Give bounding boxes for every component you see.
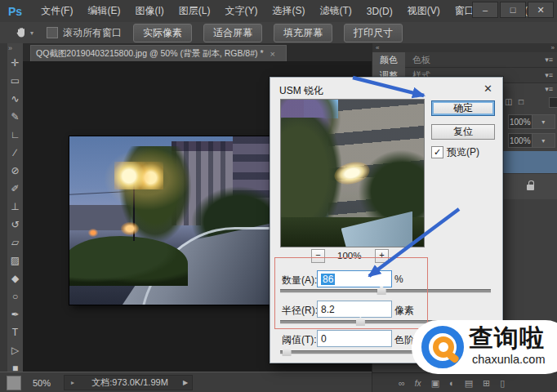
doc-info-icon: ▸ (65, 379, 81, 386)
status-expand-icon[interactable]: ▶ (179, 379, 192, 386)
menu-item-select[interactable]: 选择(S) (265, 4, 312, 18)
filter-preview[interactable] (280, 99, 425, 247)
blur-tool-icon[interactable]: ◆ (7, 271, 23, 287)
marquee-tool-icon[interactable]: ▭ (7, 74, 23, 89)
selected-layer-row[interactable] (503, 151, 557, 173)
print-size-button[interactable]: 打印尺寸 (344, 24, 403, 42)
photoshop-window: Ps 文件(F) 编辑(E) 图像(I) 图层(L) 文字(Y) 选择(S) 滤… (0, 0, 557, 392)
layers-panel-menu-icon[interactable]: ▾≡ (545, 85, 553, 93)
preview-right-tree (355, 147, 425, 228)
dock-collapse-strip: « » (372, 43, 557, 52)
scroll-all-windows-checkbox[interactable] (47, 27, 58, 38)
path-selection-tool-icon[interactable]: ▷ (7, 343, 23, 359)
eyedropper-tool-icon[interactable]: ∕ (7, 145, 23, 161)
healing-brush-tool-icon[interactable]: ⊘ (7, 163, 23, 179)
menu-item-type[interactable]: 文字(Y) (217, 4, 265, 18)
tab-close-icon[interactable]: × (270, 49, 275, 59)
threshold-label: 阈值(T): (282, 333, 317, 347)
maximize-button[interactable]: □ (500, 2, 526, 18)
menu-item-filter[interactable]: 滤镜(T) (312, 4, 359, 18)
document-size-info: 文档:973.0K/1.99M (81, 376, 179, 389)
zoom-level-field[interactable]: 50% (33, 378, 51, 388)
lasso-tool-icon[interactable]: ∿ (7, 91, 23, 107)
document-image[interactable] (69, 136, 274, 305)
document-info-bar: ▸ 文档:973.0K/1.99M ▶ (64, 375, 193, 390)
new-layer-icon[interactable]: ⊞ (483, 378, 490, 389)
brush-tool-icon[interactable]: ✐ (7, 181, 23, 197)
menu-item-image[interactable]: 图像(I) (127, 4, 171, 18)
zoom-in-button[interactable]: + (375, 249, 389, 263)
document-tab[interactable]: QQ截图20190403215800.jpg @ 50% (背景 副本, RGB… (30, 45, 287, 62)
crop-tool-icon[interactable]: ∟ (7, 127, 23, 143)
minimize-button[interactable]: – (472, 2, 498, 18)
zoom-out-button[interactable]: − (311, 249, 325, 263)
menu-bar: Ps 文件(F) 编辑(E) 图像(I) 图层(L) 文字(Y) 选择(S) 滤… (0, 0, 557, 23)
fill-dropdown-icon[interactable]: ▾ (532, 134, 555, 147)
gradient-tool-icon[interactable]: ▨ (7, 253, 23, 269)
threshold-slider-thumb[interactable] (283, 347, 292, 356)
color-panel-tabs: 颜色 色板 ▾≡ (372, 52, 557, 68)
lock-transparent-icon[interactable]: ◫ (505, 97, 512, 106)
menu-item-edit[interactable]: 编辑(E) (80, 4, 127, 18)
close-button[interactable]: ✕ (528, 2, 554, 18)
radius-slider-thumb[interactable] (356, 317, 365, 326)
eraser-tool-icon[interactable]: ▱ (7, 235, 23, 251)
toolbar-collapse-icon[interactable]: » (8, 44, 12, 52)
lock-position-icon[interactable]: □ (519, 97, 524, 106)
link-layers-icon[interactable]: ∞ (399, 378, 405, 388)
collapse-left-icon[interactable]: « (376, 44, 379, 51)
amount-value: 86 (321, 274, 335, 285)
logo-magnifier-icon (433, 336, 454, 358)
tool-preset-dropdown-icon[interactable]: ▾ (30, 29, 33, 37)
window-controls: – □ ✕ (472, 2, 554, 18)
new-group-icon[interactable]: ▤ (465, 378, 473, 389)
move-tool-icon[interactable]: ✛ (7, 56, 23, 71)
pen-tool-icon[interactable]: ✒ (7, 307, 23, 323)
watermark-url: chaxunla.com (472, 353, 545, 366)
menu-item-layer[interactable]: 图层(L) (172, 4, 218, 18)
tab-color[interactable]: 颜色 (372, 52, 405, 68)
dodge-tool-icon[interactable]: ○ (7, 289, 23, 305)
amount-input[interactable]: 86 (317, 270, 392, 287)
reset-button[interactable]: 复位 (431, 124, 495, 140)
amount-unit: % (394, 274, 403, 285)
photo-small-lamp (121, 222, 139, 235)
clone-stamp-tool-icon[interactable]: ⊥ (7, 199, 23, 215)
collapse-right-icon[interactable]: » (551, 44, 555, 51)
threshold-input[interactable]: 0 (317, 330, 392, 347)
panel-menu-icon[interactable]: ▾≡ (545, 71, 553, 79)
watermark: 查询啦 chaxunla.com (412, 320, 557, 374)
radius-value: 8.2 (321, 304, 335, 315)
opacity-dropdown-icon[interactable]: ▾ (532, 115, 555, 128)
fill-field[interactable]: 100% ▾ (508, 133, 555, 148)
type-tool-icon[interactable]: T (7, 325, 23, 341)
delete-layer-icon[interactable]: ▯ (500, 378, 505, 389)
preview-zoom-level: 100% (337, 251, 361, 261)
tab-swatches[interactable]: 色板 (405, 52, 438, 68)
amount-slider[interactable] (280, 289, 491, 293)
quick-selection-tool-icon[interactable]: ✎ (7, 109, 23, 125)
preview-checkbox[interactable]: ✓ (431, 146, 443, 158)
hand-tool-icon[interactable] (15, 26, 28, 39)
fill-screen-button[interactable]: 填充屏幕 (274, 24, 332, 42)
menu-item-3d[interactable]: 3D(D) (359, 6, 400, 17)
ok-button[interactable]: 确定 (431, 100, 495, 116)
fit-screen-button[interactable]: 适合屏幕 (203, 24, 262, 42)
layer-style-icon[interactable]: fx (415, 379, 421, 388)
history-brush-tool-icon[interactable]: ↺ (7, 217, 23, 233)
quick-mask-button[interactable] (7, 376, 21, 390)
opacity-field[interactable]: 100% ▾ (508, 114, 555, 129)
radius-input[interactable]: 8.2 (317, 301, 392, 318)
radius-label: 半径(R): (282, 304, 318, 318)
document-tab-bar: QQ截图20190403215800.jpg @ 50% (背景 副本, RGB… (23, 43, 372, 61)
layer-mask-icon[interactable]: ▣ (431, 378, 439, 389)
actual-pixels-button[interactable]: 实际像素 (133, 24, 192, 42)
menu-item-file[interactable]: 文件(F) (33, 4, 80, 18)
dialog-close-icon[interactable]: ✕ (483, 82, 492, 95)
status-bar: 50% ▸ 文档:973.0K/1.99M ▶ (0, 372, 372, 392)
adjustment-layer-icon[interactable]: ◐ (449, 378, 455, 388)
menu-item-view[interactable]: 视图(V) (400, 4, 448, 18)
panel-menu-icon[interactable]: ▾≡ (545, 56, 553, 64)
background-layer-row[interactable] (503, 173, 557, 199)
lock-all-icon[interactable] (549, 97, 557, 108)
